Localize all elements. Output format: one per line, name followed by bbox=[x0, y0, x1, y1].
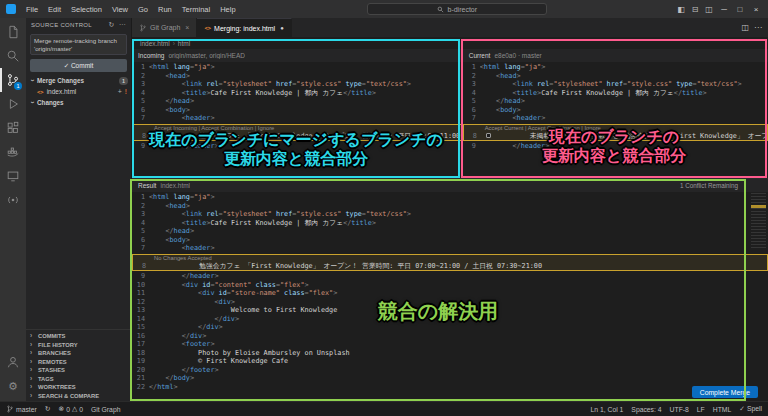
search-sidebar-icon[interactable] bbox=[0, 44, 26, 68]
panel-worktrees[interactable]: ›WORKTREES bbox=[26, 383, 131, 392]
code-line[interactable]: 4 <title>Cafe First Knowledge | 都内 カフェ</… bbox=[132, 89, 462, 98]
code-line[interactable]: 17 <footer> bbox=[132, 340, 768, 349]
stage-file-icon[interactable]: + bbox=[118, 88, 122, 95]
cursor-position-indicator[interactable]: Ln 1, Col 1 bbox=[590, 406, 623, 413]
modified-dot-icon[interactable]: ● bbox=[280, 25, 284, 31]
code-line[interactable]: 11 <div id="store-name" class="flex"> bbox=[132, 289, 768, 298]
menu-selection[interactable]: Selection bbox=[66, 3, 107, 16]
merge-changes-header[interactable]: › Merge Changes 1 bbox=[26, 75, 131, 86]
menu-terminal[interactable]: Terminal bbox=[177, 3, 215, 16]
code-line[interactable]: 10 <div id="content" class="flex"> bbox=[132, 281, 768, 290]
indentation-indicator[interactable]: Spaces: 4 bbox=[631, 406, 661, 413]
code-line[interactable]: 2 <head> bbox=[463, 72, 768, 81]
code-line[interactable]: 4 <title>Cafe First Knowledge | 都内 カフェ</… bbox=[132, 219, 768, 228]
code-line[interactable]: 9 </header> bbox=[463, 142, 768, 151]
menu-go[interactable]: Go bbox=[133, 3, 153, 16]
code-line[interactable]: 15 </div> bbox=[132, 323, 768, 332]
explorer-icon[interactable] bbox=[0, 20, 26, 44]
code-line[interactable]: 19 © First Knowledge Cafe bbox=[132, 357, 768, 366]
git-graph-button[interactable]: Git Graph bbox=[91, 406, 120, 413]
code-line[interactable]: 5 </head> bbox=[132, 97, 462, 106]
code-line[interactable]: 8 勉強会カフェ 「First Knowledge」 オープン！ 営業時間: 平… bbox=[133, 132, 461, 141]
changes-header[interactable]: › Changes bbox=[26, 97, 131, 108]
code-line[interactable]: 21 </body> bbox=[132, 374, 768, 383]
complete-merge-button[interactable]: Complete Merge bbox=[692, 386, 758, 398]
conflict-actions[interactable]: Accept Current | Accept Combination | Ig… bbox=[464, 125, 767, 132]
more-actions-icon[interactable]: ⋯ bbox=[754, 23, 762, 32]
code-line[interactable]: 8 未掲載のお知らせを掲載する 勉強会カフェ 「First Knowledge」… bbox=[464, 132, 767, 141]
panel-search-compare[interactable]: ›SEARCH & COMPARE bbox=[26, 392, 131, 401]
close-button[interactable]: × bbox=[748, 5, 764, 14]
tab-git-graph[interactable]: Git Graph × bbox=[132, 18, 197, 37]
code-line[interactable]: 5 </head> bbox=[463, 97, 768, 106]
layout-icon[interactable]: ◫ bbox=[702, 5, 716, 14]
conflict-checkbox[interactable] bbox=[155, 133, 160, 138]
panel-tags[interactable]: ›TAGS bbox=[26, 375, 131, 384]
remote-explorer-icon[interactable] bbox=[0, 164, 26, 188]
code-line[interactable]: 2 <head> bbox=[132, 202, 768, 211]
code-line[interactable]: 12 <div> bbox=[132, 298, 768, 307]
split-editor-icon[interactable]: ◫ bbox=[741, 23, 749, 32]
conflict-actions[interactable]: No Changes Accepted bbox=[133, 255, 767, 262]
code-line[interactable]: 7 <header> bbox=[132, 244, 768, 253]
code-line[interactable]: 3 <link rel="stylesheet" href="style.css… bbox=[132, 80, 462, 89]
result-code[interactable]: 1<html lang="ja">2 <head>3 <link rel="st… bbox=[132, 192, 768, 401]
toggle-sidebar-icon[interactable]: ◧ bbox=[674, 5, 688, 14]
menu-help[interactable]: Help bbox=[215, 3, 240, 16]
merge-file-row[interactable]: <> index.html + ! bbox=[26, 86, 131, 97]
extensions-icon[interactable] bbox=[0, 116, 26, 140]
code-line[interactable]: 22</html> bbox=[132, 383, 768, 392]
commit-message-input[interactable]: Merge remote-tracking branch 'origin/mas… bbox=[30, 34, 127, 55]
code-line[interactable]: 3 <link rel="stylesheet" href="style.css… bbox=[132, 210, 768, 219]
code-line[interactable]: 5 </head> bbox=[132, 227, 768, 236]
panel-remotes[interactable]: ›REMOTES bbox=[26, 358, 131, 367]
code-line[interactable]: 3 <link rel="stylesheet" href="style.css… bbox=[463, 80, 768, 89]
toggle-panel-icon[interactable]: ⊟ bbox=[688, 5, 702, 14]
current-code[interactable]: 1<html lang="ja">2 <head>3 <link rel="st… bbox=[463, 62, 768, 178]
code-line[interactable]: 13 Welcome to First Knowledge bbox=[132, 306, 768, 315]
panel-branches[interactable]: ›BRANCHES bbox=[26, 349, 131, 358]
code-line[interactable]: 6 <body> bbox=[132, 236, 768, 245]
commit-button[interactable]: ✓ Commit bbox=[30, 59, 127, 72]
live-preview-icon[interactable] bbox=[0, 188, 26, 212]
docker-icon[interactable] bbox=[0, 140, 26, 164]
branch-indicator[interactable]: master bbox=[6, 405, 37, 413]
minimize-button[interactable]: ─ bbox=[716, 5, 732, 14]
code-line[interactable]: 4 <title>Cafe First Knowledge | 都内 カフェ</… bbox=[463, 89, 768, 98]
panel-commits[interactable]: ›COMMITS bbox=[26, 332, 131, 341]
code-line[interactable]: 8 勉強会カフェ 「First Knowledge」 オープン！ 営業時間: 平… bbox=[133, 262, 767, 271]
panel-stashes[interactable]: ›STASHES bbox=[26, 366, 131, 375]
menu-view[interactable]: View bbox=[107, 3, 133, 16]
settings-gear-icon[interactable]: ⚙ bbox=[0, 374, 26, 398]
maximize-button[interactable]: □ bbox=[732, 5, 748, 14]
menu-run[interactable]: Run bbox=[153, 3, 177, 16]
account-icon[interactable] bbox=[0, 350, 26, 374]
code-line[interactable]: 9 </header> bbox=[132, 272, 768, 281]
code-line[interactable]: 18 Photo by Eloise Ambursley on Unsplash bbox=[132, 349, 768, 358]
eol-indicator[interactable]: LF bbox=[697, 406, 705, 413]
code-line[interactable]: 6 <body> bbox=[463, 106, 768, 115]
incoming-code[interactable]: 1<html lang="ja">2 <head>3 <link rel="st… bbox=[132, 62, 462, 178]
close-tab-icon[interactable]: × bbox=[185, 24, 189, 31]
panel-file-history[interactable]: ›FILE HISTORY bbox=[26, 341, 131, 350]
menu-file[interactable]: File bbox=[21, 3, 43, 16]
encoding-indicator[interactable]: UTF-8 bbox=[670, 406, 689, 413]
code-line[interactable]: 1<html lang="ja"> bbox=[463, 63, 768, 72]
code-line[interactable]: 1<html lang="ja"> bbox=[132, 63, 462, 72]
tab-merging-index-html[interactable]: <> Merging: index.html ● bbox=[197, 18, 291, 37]
code-line[interactable]: 14 </div> bbox=[132, 315, 768, 324]
source-control-icon[interactable]: 1 bbox=[0, 68, 26, 92]
code-line[interactable]: 6 <body> bbox=[132, 106, 462, 115]
conflict-actions[interactable]: Accept Incoming | Accept Combination | I… bbox=[133, 125, 461, 132]
breadcrumb-file[interactable]: index.html bbox=[140, 40, 170, 47]
minimap[interactable] bbox=[751, 193, 766, 248]
code-line[interactable]: 20 </footer> bbox=[132, 366, 768, 375]
conflict-checkbox[interactable] bbox=[486, 133, 491, 138]
code-line[interactable]: 7 <header> bbox=[463, 114, 768, 123]
breadcrumb-symbol[interactable]: html bbox=[178, 40, 190, 47]
command-center-search[interactable]: b-director bbox=[367, 3, 547, 15]
language-indicator[interactable]: HTML bbox=[713, 406, 732, 413]
menu-edit[interactable]: Edit bbox=[43, 3, 66, 16]
spell-checker-indicator[interactable]: ✓ Spell bbox=[739, 405, 762, 413]
code-line[interactable]: 2 <head> bbox=[132, 72, 462, 81]
